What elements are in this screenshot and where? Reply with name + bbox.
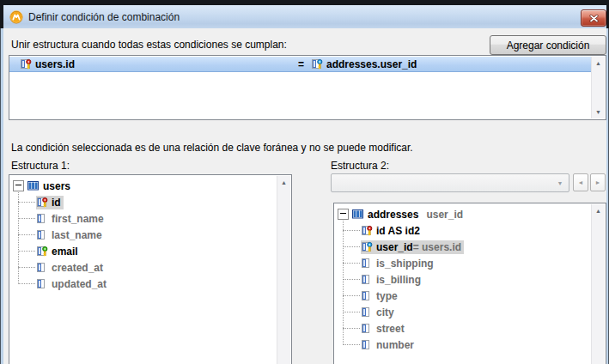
structure2-next-button[interactable]: ► — [590, 173, 606, 191]
primary-key-icon — [362, 225, 373, 236]
foreign-key-icon — [362, 241, 373, 252]
primary-key-icon — [21, 58, 32, 70]
close-icon — [589, 15, 599, 22]
condition-operator: = — [298, 58, 304, 70]
tree-item-label: is_billing — [376, 274, 421, 286]
tree-item-last_name[interactable]: last_name — [9, 227, 277, 243]
unique-key-icon — [37, 246, 48, 257]
tree-connector — [343, 328, 360, 329]
conditions-instruction: Unir estructura cuando todas estas condi… — [11, 39, 287, 51]
tree-item-label: number — [376, 339, 414, 351]
scroll-up-icon[interactable]: ▲ — [277, 176, 290, 189]
tree-connector — [343, 230, 360, 231]
column-icon — [362, 290, 373, 301]
tree-item-number[interactable]: number — [334, 337, 592, 353]
structure2-tree-rows: addressesuser_idid AS id2user_id = users… — [334, 203, 592, 364]
condition-right-label: addresses.user_id — [326, 58, 417, 70]
structure2-prev-button[interactable]: ◄ — [573, 173, 588, 191]
collapse-icon[interactable] — [338, 209, 349, 220]
table-icon — [27, 180, 40, 191]
conditions-scrollbar[interactable]: ▲ ▼ — [591, 57, 605, 118]
scroll-up-icon[interactable]: ▲ — [592, 204, 605, 217]
tree-item-content: type — [361, 289, 400, 303]
tree-connector — [343, 344, 360, 345]
structure2-scrollbar[interactable]: ▲ — [591, 204, 605, 364]
tree-item-content: is_billing — [361, 273, 423, 287]
condition-left-label: users.id — [35, 58, 75, 70]
join-condition-dialog: Definir condición de combinación Unir es… — [0, 0, 609, 364]
arrow-left-icon: ◄ — [578, 179, 584, 185]
tree-item-label: created_at — [52, 262, 103, 274]
tree-connector — [343, 279, 360, 280]
tree-connector — [18, 202, 35, 203]
tree-item-is_billing[interactable]: is_billing — [334, 271, 592, 288]
tree-item-content: updated_at — [36, 277, 109, 291]
tree-root-label: users — [43, 180, 70, 192]
tree-root-users[interactable]: users — [9, 178, 277, 194]
tree-root-addresses[interactable]: addressesuser_id — [334, 206, 592, 222]
tree-item-content: email — [36, 245, 81, 258]
tree-connector — [18, 251, 35, 252]
tree-guide-line — [343, 221, 344, 345]
tree-connector — [18, 218, 35, 219]
column-icon — [362, 274, 373, 285]
tree-item-content: is_shipping — [361, 257, 436, 270]
conditions-rows: users.id=addresses.user_id — [9, 56, 592, 119]
tree-item-label: email — [52, 246, 78, 258]
scroll-up-icon[interactable]: ▲ — [592, 57, 605, 70]
add-condition-button[interactable]: Agregar condición — [490, 35, 606, 55]
column-icon — [37, 229, 48, 240]
condition-row[interactable]: users.id=addresses.user_id — [9, 57, 592, 72]
column-icon — [362, 306, 373, 318]
tree-item-label: city — [376, 306, 394, 318]
tree-item-id-AS-id2[interactable]: id AS id2 — [334, 222, 592, 239]
tree-item-is_shipping[interactable]: is_shipping — [334, 255, 592, 271]
foreign-key-note: La condición seleccionada es de una rela… — [11, 142, 413, 154]
conditions-list[interactable]: users.id=addresses.user_id ▲ ▼ — [9, 55, 606, 120]
tree-item-content: first_name — [36, 212, 107, 226]
tree-connector — [18, 267, 35, 268]
tree-connector — [343, 246, 360, 247]
structure2-tree[interactable]: addressesuser_idid AS id2user_id = users… — [333, 203, 606, 364]
tree-item-label: street — [376, 323, 405, 335]
tree-item-selected: id — [36, 196, 64, 209]
tree-item-content: id AS id2 — [361, 224, 423, 238]
app-icon — [9, 10, 23, 24]
tree-connector — [343, 295, 360, 296]
window-frame-left — [0, 28, 3, 364]
scroll-down-icon[interactable]: ▼ — [592, 106, 605, 118]
close-button[interactable] — [581, 9, 606, 27]
column-icon — [37, 213, 48, 224]
tree-connector — [18, 234, 35, 235]
tree-item-content: created_at — [36, 261, 106, 275]
tree-item-type[interactable]: type — [334, 288, 592, 304]
column-icon — [362, 258, 373, 269]
tree-item-first_name[interactable]: first_name — [9, 210, 277, 227]
tree-item-label: user_id — [376, 241, 413, 253]
structure2-combobox[interactable]: ▼ — [331, 173, 569, 192]
window-title: Definir condición de combinación — [28, 11, 180, 23]
tree-item-annotation: = users.id — [413, 241, 461, 253]
structure1-scrollbar[interactable]: ▲ — [277, 176, 290, 364]
tree-item-label: updated_at — [52, 278, 107, 290]
table-icon — [352, 209, 364, 220]
tree-guide-line — [18, 192, 19, 284]
tree-item-label: first_name — [52, 213, 104, 225]
tree-item-user_id[interactable]: user_id = users.id — [334, 239, 592, 255]
tree-item-street[interactable]: street — [334, 320, 592, 337]
tree-item-id[interactable]: id — [9, 194, 277, 210]
foreign-key-icon — [312, 58, 323, 70]
titlebar[interactable]: Definir condición de combinación — [3, 5, 606, 28]
tree-item-updated_at[interactable]: updated_at — [9, 276, 277, 292]
column-icon — [37, 262, 48, 273]
structure1-tree[interactable]: usersidfirst_namelast_nameemailcreated_a… — [9, 174, 292, 364]
add-condition-label: Agregar condición — [507, 39, 590, 52]
tree-item-label: id — [52, 197, 61, 209]
tree-item-label: type — [376, 290, 398, 302]
column-icon — [37, 278, 48, 289]
tree-item-label: last_name — [52, 229, 102, 241]
tree-item-email[interactable]: email — [9, 243, 277, 259]
collapse-icon[interactable] — [13, 180, 24, 191]
tree-item-created_at[interactable]: created_at — [9, 259, 277, 276]
tree-item-city[interactable]: city — [334, 304, 592, 320]
